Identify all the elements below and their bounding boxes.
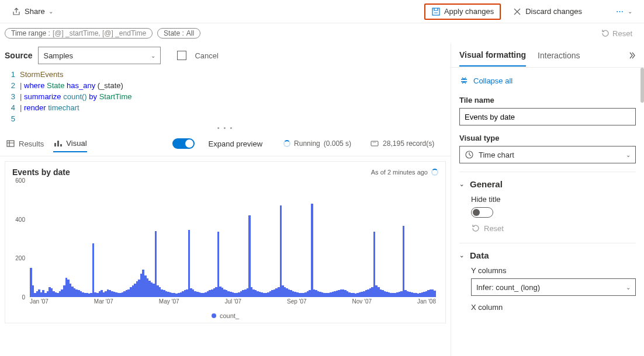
running-label: Running (294, 139, 320, 148)
collapse-all-button[interactable]: Collapse all (459, 74, 513, 92)
x-tick: May '07 (159, 298, 179, 309)
data-body: Y columns Infer: count_ (long) ⌄ X colum… (459, 266, 636, 312)
record-count-value: 28,195 record(s) (383, 139, 434, 148)
query-editor[interactable]: 1StormEvents 2| where State has_any (_st… (0, 68, 451, 125)
x-tick: Jan '08 (417, 298, 436, 309)
x-tick: Jul '07 (224, 298, 241, 309)
y-tick: 0 (22, 294, 25, 301)
y-axis: 0200400600 (12, 180, 27, 297)
source-label: Source (5, 51, 32, 60)
svg-rect-4 (60, 144, 62, 146)
cancel-button[interactable]: Cancel (177, 51, 218, 60)
chart-legend: count_ (12, 312, 438, 319)
state-pill[interactable]: State : All (157, 28, 200, 39)
refresh-button[interactable] (594, 7, 603, 16)
table-icon (6, 139, 15, 148)
tab-interactions[interactable]: Interactions (538, 45, 580, 66)
section-data: ⌄ Data Y columns Infer: count_ (long) ⌄ … (459, 243, 636, 312)
hide-title-label: Hide title (471, 195, 636, 204)
reset-filters-button[interactable]: Reset (601, 29, 639, 38)
chart-title: Events by date (12, 167, 70, 177)
share-button[interactable]: Share ⌄ (7, 5, 58, 19)
timerange-pill[interactable]: Time range : [@] _startTime, [@] _endTim… (5, 28, 153, 39)
section-data-toggle[interactable]: ⌄ Data (459, 250, 636, 260)
state-value: All (186, 29, 194, 37)
chart-header: Events by date As of 2 minutes ago (12, 167, 438, 177)
right-body: Collapse all Tile name Visual type Time … (451, 68, 644, 356)
cancel-label: Cancel (195, 51, 218, 60)
collapse-label: Collapse all (473, 76, 513, 85)
discard-changes-button[interactable]: Discard changes (508, 5, 587, 19)
code-line: | render timechart (20, 102, 79, 113)
tab-results[interactable]: Results (6, 135, 44, 152)
general-reset-button[interactable]: Reset (471, 224, 504, 233)
code-line: StormEvents (20, 69, 63, 80)
ycol-select[interactable]: Infer: count_ (long) ⌄ (471, 278, 636, 296)
chart-plot[interactable]: 0200400600 Jan '07Mar '07May '07Jul '07S… (12, 180, 438, 309)
svg-rect-5 (371, 141, 378, 146)
ycol-value: Infer: count_ (long) (476, 283, 540, 292)
filter-bar: Time range : [@] _startTime, [@] _endTim… (0, 23, 644, 43)
results-tabs-row: Results Visual Expand preview Running (0… (0, 131, 451, 156)
visual-type-label: Visual type (459, 134, 636, 142)
cancel-box-icon (177, 51, 186, 60)
left-pane: Source Samples ⌄ Cancel 1StormEvents 2| … (0, 43, 451, 356)
bar (403, 226, 405, 297)
x-tick: Sep '07 (287, 298, 307, 309)
more-button[interactable]: ⋯ ⌄ (610, 5, 637, 19)
top-toolbar: Share ⌄ Apply changes Discard changes ⋯ … (0, 0, 644, 23)
discard-label: Discard changes (525, 7, 582, 16)
right-panel: Visual formatting Interactions Collapse … (451, 43, 644, 356)
chevron-down-icon: ⌄ (459, 252, 464, 259)
running-status: Running (0.005 s) (283, 139, 351, 148)
chevron-down-icon: ⌄ (628, 8, 632, 15)
chevron-down-icon: ⌄ (626, 152, 631, 158)
chart-icon (53, 138, 63, 148)
tab-results-label: Results (19, 139, 44, 148)
svg-rect-1 (7, 141, 14, 146)
toolbar-right: Apply changes Discard changes ⋯ ⌄ (424, 4, 637, 20)
svg-rect-0 (432, 8, 439, 15)
bar (434, 291, 436, 297)
expand-panel-button[interactable] (626, 51, 636, 60)
state-label: State : (164, 29, 184, 37)
bar (311, 204, 313, 297)
resize-grip[interactable]: • • • (0, 125, 451, 131)
line-number: 5 (0, 113, 20, 124)
chart-card: Events by date As of 2 minutes ago 02004… (5, 161, 446, 323)
x-tick: Nov '07 (352, 298, 372, 309)
general-body: Hide title Reset (459, 195, 636, 235)
apply-changes-button[interactable]: Apply changes (424, 4, 501, 20)
visual-type-select[interactable]: Time chart ⌄ (459, 146, 636, 163)
reset-label: Reset (484, 224, 504, 233)
share-label: Share (25, 7, 45, 16)
data-label: Data (470, 250, 489, 260)
tile-name-input[interactable] (459, 108, 636, 125)
right-tabs: Visual formatting Interactions (451, 43, 644, 68)
reset-label: Reset (612, 29, 632, 38)
bar (92, 243, 95, 297)
legend-dot-icon (212, 313, 216, 318)
main: Source Samples ⌄ Cancel 1StormEvents 2| … (0, 43, 644, 356)
tab-visual-formatting[interactable]: Visual formatting (459, 44, 526, 67)
hide-title-toggle[interactable] (471, 207, 493, 218)
y-tick: 400 (15, 216, 25, 222)
clock-icon (465, 150, 474, 159)
visual-type-value: Time chart (479, 151, 514, 159)
bar (280, 205, 282, 297)
section-general-toggle[interactable]: ⌄ General (459, 179, 636, 189)
reset-icon (601, 29, 610, 38)
asof-text: As of 2 minutes ago (371, 169, 428, 176)
source-value: Samples (43, 51, 73, 60)
scrollbar[interactable] (640, 68, 644, 103)
x-tick: Mar '07 (94, 298, 113, 309)
expand-preview-toggle[interactable] (172, 138, 195, 149)
tab-visual[interactable]: Visual (53, 135, 86, 152)
source-select[interactable]: Samples ⌄ (38, 47, 161, 64)
chevron-down-icon: ⌄ (49, 8, 53, 15)
timerange-value: [@] _startTime, [@] _endTime (53, 29, 146, 37)
ycol-label: Y columns (471, 266, 636, 275)
expand-label: Expand preview (209, 139, 263, 148)
spinner-icon (431, 169, 438, 176)
record-count: 28,195 record(s) (370, 139, 434, 148)
